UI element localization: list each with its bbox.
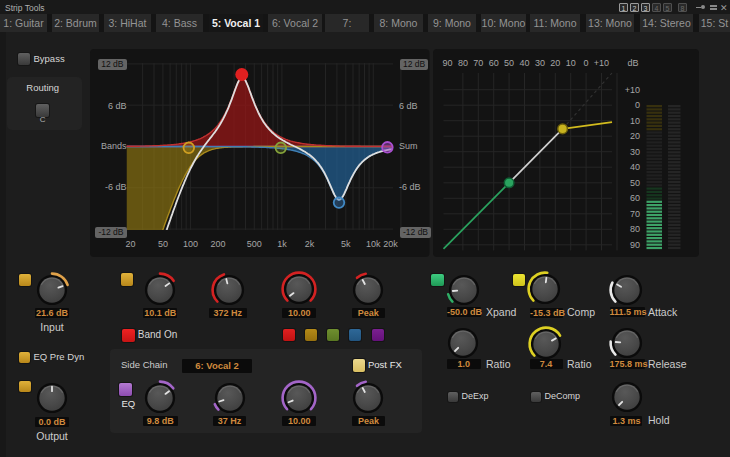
svg-text:60: 60 <box>630 193 640 203</box>
svg-text:80: 80 <box>458 58 468 68</box>
svg-text:0: 0 <box>635 100 640 110</box>
svg-text:20: 20 <box>630 131 640 141</box>
svg-text:40: 40 <box>519 58 529 68</box>
svg-text:30: 30 <box>535 58 545 68</box>
svg-text:80: 80 <box>630 224 640 234</box>
svg-text:10: 10 <box>566 58 576 68</box>
svg-text:50: 50 <box>630 178 640 188</box>
svg-text:+10: +10 <box>594 58 609 68</box>
svg-text:70: 70 <box>630 209 640 219</box>
svg-text:40: 40 <box>630 162 640 172</box>
svg-text:10: 10 <box>630 116 640 126</box>
svg-text:70: 70 <box>473 58 483 68</box>
svg-text:90: 90 <box>442 58 452 68</box>
svg-text:30: 30 <box>630 147 640 157</box>
svg-text:20: 20 <box>550 58 560 68</box>
svg-text:60: 60 <box>489 58 499 68</box>
svg-text:+10: +10 <box>625 85 640 95</box>
svg-text:dB: dB <box>627 58 638 68</box>
svg-text:0: 0 <box>584 58 589 68</box>
svg-text:50: 50 <box>504 58 514 68</box>
svg-text:90: 90 <box>630 240 640 250</box>
